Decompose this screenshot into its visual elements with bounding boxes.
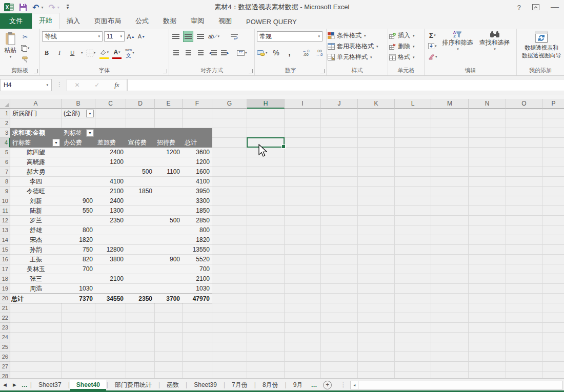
pivot-row[interactable]: 郝大勇50011001600 bbox=[10, 167, 212, 177]
bold-button[interactable]: B bbox=[42, 48, 51, 58]
row-header-16[interactable]: 16 bbox=[0, 255, 10, 264]
tab-insert[interactable]: 插入 bbox=[59, 14, 87, 29]
column-header-H[interactable]: H bbox=[247, 99, 285, 109]
find-select-button[interactable]: 查找和选择 ▾ bbox=[476, 29, 513, 62]
row-header-23[interactable]: 23 bbox=[0, 323, 10, 333]
cut-button[interactable]: ✂ bbox=[21, 32, 30, 42]
hscroll-track[interactable] bbox=[358, 381, 563, 389]
column-header-K[interactable]: K bbox=[358, 99, 395, 109]
sheet-tab-Sheet39[interactable]: Sheet39 bbox=[188, 380, 223, 390]
sheet-tab-Sheet37[interactable]: Sheet37 bbox=[32, 380, 68, 390]
pivot-row[interactable]: 孙韵7501280013550 bbox=[10, 245, 212, 255]
sheet-overflow-left[interactable]: … bbox=[19, 381, 30, 388]
copy-button[interactable]: ▾ bbox=[21, 43, 30, 53]
column-header-O[interactable]: O bbox=[506, 99, 542, 109]
row-header-11[interactable]: 11 bbox=[0, 206, 10, 216]
column-header-B[interactable]: B bbox=[62, 99, 95, 109]
sheet-tab-9月[interactable]: 9月 bbox=[287, 379, 309, 391]
horizontal-scrollbar[interactable]: ◂ bbox=[350, 380, 563, 389]
sheet-tab-部门费用统计[interactable]: 部门费用统计 bbox=[109, 379, 158, 391]
column-header-C[interactable]: C bbox=[95, 99, 126, 109]
fill-handle[interactable] bbox=[281, 145, 286, 149]
cell-styles-button[interactable]: 单元格样式▾ bbox=[327, 52, 388, 63]
row-header-5[interactable]: 5 bbox=[0, 148, 10, 157]
column-header-G[interactable]: G bbox=[212, 99, 247, 109]
sheet-tab-7月份[interactable]: 7月份 bbox=[226, 379, 254, 391]
format-painter-button[interactable] bbox=[21, 54, 30, 65]
undo-dropdown[interactable]: ▾ bbox=[41, 5, 43, 10]
conditional-formatting-button[interactable]: 条件格式▾ bbox=[327, 30, 388, 41]
minimize-button[interactable]: — bbox=[551, 3, 559, 12]
pivot-row-labels-dropdown[interactable]: ▼ bbox=[52, 139, 60, 147]
shrink-font-button[interactable]: A▼ bbox=[137, 31, 146, 42]
autosum-button[interactable]: Σ▾ bbox=[428, 30, 437, 40]
row-header-20[interactable]: 20 bbox=[0, 294, 10, 303]
wrap-text-button[interactable] bbox=[230, 31, 239, 42]
decrease-decimal-button[interactable]: .00→.0 bbox=[315, 48, 324, 58]
sheet-overflow-right[interactable]: … bbox=[309, 381, 319, 388]
fill-color-button[interactable]: ▾ bbox=[99, 47, 109, 59]
top-align-button[interactable] bbox=[171, 31, 180, 42]
row-header-10[interactable]: 10 bbox=[0, 196, 10, 206]
help-button[interactable]: ? bbox=[517, 4, 521, 11]
row-header-2[interactable]: 2 bbox=[0, 118, 10, 128]
row-header-26[interactable]: 26 bbox=[0, 352, 10, 362]
comma-style-button[interactable]: , bbox=[285, 48, 294, 58]
column-header-L[interactable]: L bbox=[395, 99, 431, 109]
column-header-D[interactable]: D bbox=[126, 99, 155, 109]
ribbon-display-options-button[interactable] bbox=[532, 4, 539, 10]
sheet-tab-Sheet40[interactable]: Sheet40 bbox=[70, 380, 106, 390]
accounting-format-button[interactable]: ▾ bbox=[257, 48, 268, 58]
sheet-nav-right-icon[interactable]: ▶ bbox=[10, 382, 19, 387]
increase-indent-button[interactable]: ▸ bbox=[220, 48, 230, 58]
font-name-select[interactable]: 等线▾ bbox=[42, 31, 103, 42]
pivot-wizard-button[interactable]: 数据透视表和 数据透视图向导 bbox=[517, 29, 564, 59]
column-header-N[interactable]: N bbox=[469, 99, 506, 109]
increase-decimal-button[interactable]: ←.0.00 bbox=[301, 48, 311, 58]
name-box[interactable]: H4 ▾ bbox=[0, 79, 52, 91]
phonetic-guide-button[interactable]: wén文▾ bbox=[125, 48, 134, 58]
tab-page-layout[interactable]: 页面布局 bbox=[87, 14, 128, 29]
bottom-align-button[interactable] bbox=[196, 31, 205, 42]
row-header-3[interactable]: 3 bbox=[0, 128, 10, 138]
sheet-tab-函数[interactable]: 函数 bbox=[160, 379, 185, 391]
row-header-7[interactable]: 7 bbox=[0, 167, 10, 177]
new-sheet-button[interactable]: + bbox=[323, 381, 332, 389]
row-header-18[interactable]: 18 bbox=[0, 274, 10, 284]
column-header-M[interactable]: M bbox=[431, 99, 469, 109]
pivot-row[interactable]: 周浩10301030 bbox=[10, 284, 212, 294]
row-header-24[interactable]: 24 bbox=[0, 333, 10, 342]
align-right-button[interactable] bbox=[196, 48, 205, 58]
pivot-row[interactable]: 吴林玉700700 bbox=[10, 264, 212, 274]
pivot-row[interactable]: 王振82038009005520 bbox=[10, 255, 212, 264]
worksheet-grid[interactable]: ABCDEFGHIJKLMNOP123456789101112131415161… bbox=[0, 99, 564, 378]
insert-function-icon[interactable]: fx bbox=[114, 81, 119, 89]
merge-center-button[interactable]: ▾ bbox=[237, 48, 247, 58]
insert-cells-button[interactable]: 插入▾ bbox=[388, 30, 424, 41]
align-left-button[interactable] bbox=[171, 48, 180, 58]
tab-home[interactable]: 开始 bbox=[32, 13, 59, 29]
row-header-13[interactable]: 13 bbox=[0, 225, 10, 235]
column-header-P[interactable]: P bbox=[542, 99, 564, 109]
pivot-row[interactable]: 令德旺210018503950 bbox=[10, 187, 212, 196]
hscroll-left-icon[interactable]: ◂ bbox=[350, 381, 358, 389]
row-header-21[interactable]: 21 bbox=[0, 303, 10, 313]
underline-button[interactable]: U bbox=[68, 48, 77, 58]
row-header-8[interactable]: 8 bbox=[0, 177, 10, 187]
column-header-A[interactable]: A bbox=[10, 99, 62, 109]
tab-view[interactable]: 视图 bbox=[211, 14, 239, 29]
sheet-nav-left-icon[interactable]: ◀ bbox=[0, 382, 10, 387]
pivot-row[interactable]: 张三21002100 bbox=[10, 274, 212, 284]
enter-icon[interactable]: ✓ bbox=[94, 81, 99, 89]
pivot-row[interactable]: 陈四望240012003600 bbox=[10, 148, 212, 157]
select-all-button[interactable] bbox=[0, 99, 10, 109]
format-as-table-button[interactable]: 套用表格格式▾ bbox=[327, 41, 388, 52]
format-cells-button[interactable]: 格式▾ bbox=[388, 52, 424, 63]
row-header-25[interactable]: 25 bbox=[0, 342, 10, 352]
row-header-27[interactable]: 27 bbox=[0, 362, 10, 372]
redo-dropdown[interactable]: ▾ bbox=[57, 5, 59, 10]
font-dialog-launcher[interactable] bbox=[163, 69, 167, 73]
font-color-button[interactable]: A▾ bbox=[112, 47, 122, 59]
tab-data[interactable]: 数据 bbox=[156, 14, 184, 29]
column-header-F[interactable]: F bbox=[183, 99, 212, 109]
